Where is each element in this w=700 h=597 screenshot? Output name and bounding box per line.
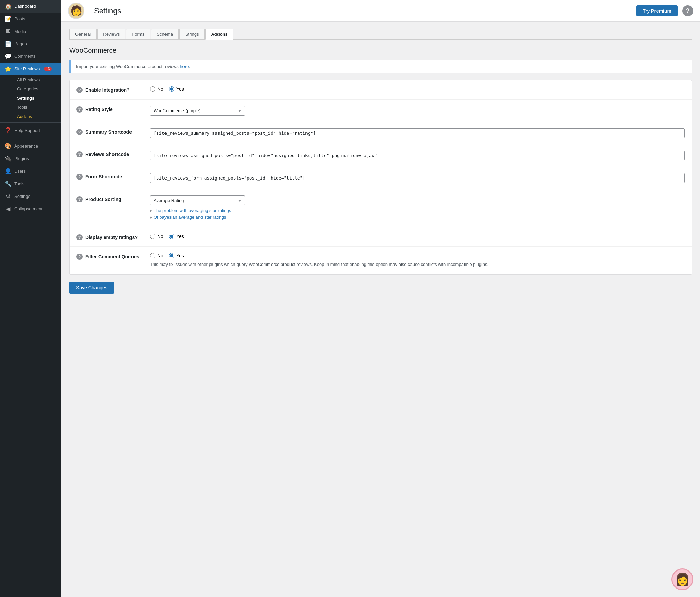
radio-filter-no[interactable]: No	[150, 253, 163, 258]
avatar-bottom-right: 👩	[671, 568, 693, 590]
field-form-shortcode: ? Form Shortcode	[70, 167, 692, 189]
select-rating-style[interactable]: WooCommerce (purple) Default Custom	[150, 106, 245, 116]
save-area: Save Changes	[69, 275, 692, 297]
sidebar-item-all-reviews[interactable]: All Reviews	[14, 75, 61, 84]
sidebar-item-comments[interactable]: 💬 Comments	[0, 50, 61, 63]
sidebar-item-tools-bottom[interactable]: 🔧 Tools	[0, 177, 61, 190]
tab-forms[interactable]: Forms	[126, 29, 150, 39]
tab-reviews[interactable]: Reviews	[97, 29, 125, 39]
label-enable-integration: Enable Integration?	[85, 87, 130, 93]
label-rating-style: Rating Style	[85, 107, 113, 112]
sidebar-item-dashboard[interactable]: 🏠 Dashboard	[0, 0, 61, 13]
help-icon-enable[interactable]: ?	[76, 87, 83, 93]
try-premium-button[interactable]: Try Premium	[636, 5, 678, 16]
field-product-sorting: ? Product Sorting Average Rating Bayesia…	[70, 189, 692, 227]
avatar-icon: 👩	[675, 572, 690, 586]
help-icon-rating-style[interactable]: ?	[76, 106, 83, 113]
label-summary-shortcode: Summary Shortcode	[85, 129, 132, 135]
label-display-empty: Display empty ratings?	[85, 235, 138, 240]
info-link[interactable]: here	[180, 64, 189, 69]
pages-icon: 📄	[5, 40, 12, 47]
help-icon-summary[interactable]: ?	[76, 129, 83, 135]
label-product-sorting: Product Sorting	[85, 197, 121, 202]
sidebar-item-media[interactable]: 🖼 Media	[0, 25, 61, 37]
info-box: Import your existing WooCommerce product…	[69, 60, 692, 73]
section-title: WooCommerce	[69, 47, 692, 54]
sorting-links: The problem with averaging star ratings …	[150, 208, 685, 220]
sidebar-item-categories[interactable]: Categories	[14, 84, 61, 93]
radio-empty-no[interactable]: No	[150, 234, 163, 239]
help-icon-form[interactable]: ?	[76, 174, 83, 180]
help-icon: ❓	[5, 127, 12, 134]
field-display-empty: ? Display empty ratings? No Yes	[70, 227, 692, 247]
settings-icon: ⚙	[5, 193, 12, 200]
sidebar-sub: All Reviews Categories Settings Tools Ad…	[0, 75, 61, 121]
tools-icon: 🔧	[5, 181, 12, 187]
plugin-logo: 🧑	[68, 3, 84, 19]
sidebar: 🏠 Dashboard 📝 Posts 🖼 Media 📄 Pages 💬 Co…	[0, 0, 61, 597]
radio-enable-no[interactable]: No	[150, 86, 163, 92]
label-filter-comments: Filter Comment Queries	[85, 254, 139, 259]
input-form-shortcode[interactable]	[150, 173, 685, 183]
site-reviews-badge: 13	[44, 67, 52, 71]
sidebar-item-collapse[interactable]: ◀ Collapse menu	[0, 203, 61, 215]
tab-addons[interactable]: Addons	[205, 29, 233, 40]
help-icon-sorting[interactable]: ?	[76, 196, 83, 202]
link-averaging[interactable]: The problem with averaging star ratings	[154, 208, 231, 213]
select-product-sorting[interactable]: Average Rating Bayesian Rating None	[150, 195, 245, 205]
logo-avatar: 🧑	[70, 5, 82, 16]
link-bayesian[interactable]: Of bayesian average and star ratings	[154, 215, 226, 220]
tab-strings[interactable]: Strings	[179, 29, 205, 39]
field-enable-integration: ? Enable Integration? No Yes	[70, 80, 692, 100]
radio-filter-yes[interactable]: Yes	[169, 253, 184, 258]
topbar: 🧑 Settings Try Premium ?	[61, 0, 700, 22]
appearance-icon: 🎨	[5, 143, 12, 149]
input-summary-shortcode[interactable]	[150, 128, 685, 138]
sidebar-item-settings[interactable]: Settings	[14, 93, 61, 103]
sidebar-item-settings-bottom[interactable]: ⚙ Settings	[0, 190, 61, 203]
sidebar-item-addons[interactable]: Addons	[14, 112, 61, 121]
info-end: .	[189, 64, 190, 69]
sidebar-item-plugins[interactable]: 🔌 Plugins	[0, 152, 61, 165]
sidebar-item-tools[interactable]: Tools	[14, 103, 61, 112]
help-icon-empty[interactable]: ?	[76, 234, 83, 240]
main-area: 🧑 Settings Try Premium ? General Reviews…	[61, 0, 700, 597]
topbar-divider	[89, 4, 89, 18]
link-item-1: The problem with averaging star ratings	[150, 208, 685, 213]
info-text: Import your existing WooCommerce product…	[76, 64, 180, 69]
radio-enable-yes[interactable]: Yes	[169, 86, 184, 92]
dashboard-icon: 🏠	[5, 3, 12, 10]
collapse-icon: ◀	[5, 206, 12, 212]
radio-group-filter: No Yes	[150, 253, 685, 258]
field-rating-style: ? Rating Style WooCommerce (purple) Defa…	[70, 100, 692, 122]
label-reviews-shortcode: Reviews Shortcode	[85, 152, 129, 157]
save-changes-button[interactable]: Save Changes	[69, 282, 114, 294]
tab-general[interactable]: General	[69, 29, 97, 39]
star-icon: ⭐	[5, 66, 12, 72]
tabs: General Reviews Forms Schema Strings Add…	[69, 29, 692, 40]
sidebar-item-posts[interactable]: 📝 Posts	[0, 13, 61, 25]
sidebar-item-help-support[interactable]: ❓ Help Support	[0, 124, 61, 137]
control-rating-style: WooCommerce (purple) Default Custom	[150, 106, 685, 116]
sidebar-divider	[0, 122, 61, 123]
help-button[interactable]: ?	[682, 5, 693, 16]
tab-schema[interactable]: Schema	[151, 29, 179, 39]
page-title: Settings	[94, 6, 632, 15]
posts-icon: 📝	[5, 16, 12, 22]
sidebar-item-pages[interactable]: 📄 Pages	[0, 37, 61, 50]
field-summary-shortcode: ? Summary Shortcode	[70, 122, 692, 144]
sidebar-item-users[interactable]: 👤 Users	[0, 165, 61, 177]
filter-description: This may fix issues with other plugins w…	[150, 261, 685, 268]
sidebar-item-appearance[interactable]: 🎨 Appearance	[0, 140, 61, 152]
comments-icon: 💬	[5, 53, 12, 59]
users-icon: 👤	[5, 168, 12, 174]
control-filter-comments: No Yes This may fix issues with other pl…	[150, 253, 685, 268]
sidebar-item-site-reviews[interactable]: ⭐ Site Reviews 13	[0, 63, 61, 75]
help-icon-reviews[interactable]: ?	[76, 151, 83, 157]
input-reviews-shortcode[interactable]	[150, 151, 685, 160]
field-filter-comments: ? Filter Comment Queries No Yes	[70, 247, 692, 274]
radio-empty-yes[interactable]: Yes	[169, 234, 184, 239]
control-display-empty: No Yes	[150, 234, 685, 239]
help-icon-filter[interactable]: ?	[76, 254, 83, 260]
plugins-icon: 🔌	[5, 155, 12, 162]
